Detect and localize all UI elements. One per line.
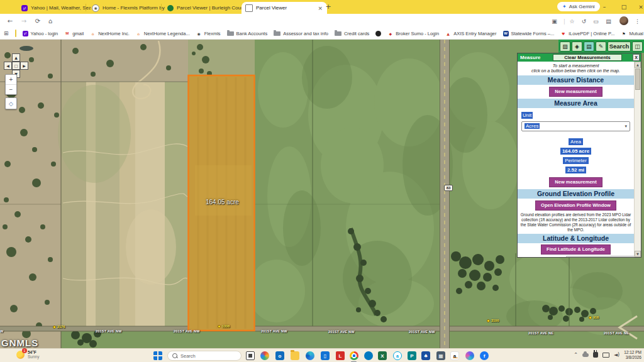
speaker-icon[interactable]: ◄) (614, 352, 619, 358)
map-canvas[interactable]: 164.05 acre 83 W 201ST AVE NW 201ST AVE … (0, 40, 644, 349)
photos-button[interactable] (465, 351, 475, 361)
ask-gemini-button[interactable]: ✦ Ask Gemini (557, 2, 600, 11)
outlook-button[interactable]: o (275, 351, 285, 361)
chrome-button[interactable] (349, 351, 359, 361)
solitaire-button[interactable]: ♠ (421, 351, 431, 361)
pan-right-button[interactable]: ▶ (20, 62, 28, 70)
bookmark-flexmls[interactable]: ◉Flexmls (196, 31, 221, 36)
print-tool-button[interactable]: ◫ (632, 41, 643, 52)
forward-button[interactable]: → (19, 16, 29, 26)
bookmarks-extension-icon[interactable]: ☆ (567, 16, 577, 26)
bookmark-gmail[interactable]: Mgmail (64, 31, 84, 36)
copilot-button[interactable] (260, 351, 270, 361)
back-button[interactable]: ← (5, 16, 15, 26)
parcel-number-label: 3100 (487, 319, 499, 322)
measure-tool-button[interactable]: ▤ (584, 41, 594, 52)
pan-up-button[interactable]: ▲ (12, 53, 20, 62)
microsoft-store-button[interactable]: ▯ (320, 351, 330, 361)
bookmark-ilovepdf[interactable]: ♥iLovePDF | Online P... (560, 31, 614, 36)
draw-tool-button[interactable]: ✎ (596, 41, 606, 52)
tab-parcel-viewer-burleigh[interactable]: Parcel Viewer | Burleigh County × (164, 2, 245, 14)
zoom-in-button[interactable]: + (6, 75, 16, 85)
search-tool-button[interactable]: Search (608, 41, 631, 52)
start-button[interactable] (153, 351, 163, 361)
taskbar-search[interactable]: Search (167, 351, 242, 361)
zoom-out-button[interactable]: − (6, 85, 16, 94)
bookmark-yahoo-login[interactable]: y!Yahoo - login (23, 31, 58, 36)
weather-widget[interactable]: 1 54°F Sunny (16, 350, 39, 359)
window-minimize-button[interactable]: – (599, 1, 610, 12)
tab-close-icon[interactable]: × (317, 5, 323, 11)
latitude-input[interactable] (566, 256, 634, 257)
lat-long-header: Latitude & Longitude (518, 234, 634, 243)
pan-left-button[interactable]: ◀ (4, 62, 12, 70)
publisher-button[interactable]: P (407, 351, 417, 361)
open-elevation-profile-button[interactable]: Open Elevation Profile Window (535, 200, 616, 211)
yahoo-favicon: y! (21, 5, 28, 11)
excel-button[interactable]: X (377, 351, 387, 361)
delete-icon[interactable]: ▭ (591, 16, 601, 26)
pan-center-button[interactable]: □ (12, 62, 20, 70)
new-tab-button[interactable]: + (323, 1, 333, 11)
tab-yahoo[interactable]: y! Yahoo | Mail, Weather, Search, × (18, 2, 91, 14)
history-icon[interactable]: ↺ (579, 16, 589, 26)
measure-area-header: Measure Area (518, 99, 634, 108)
bookmark-globe[interactable] (375, 31, 381, 36)
skype-button[interactable] (364, 351, 374, 361)
bookmark-nexthome-inc[interactable]: ⌂NextHome Inc. (90, 31, 130, 36)
alexa-button[interactable]: a (392, 351, 402, 361)
menu-kebab-icon[interactable]: ⋮ (633, 16, 642, 26)
usb-device-icon[interactable] (593, 352, 598, 358)
find-lat-long-button[interactable]: Find Latitude & Longitude (541, 244, 611, 255)
clear-measurements-button[interactable]: Clear Measurements (553, 54, 622, 61)
bookmark-nexthome-legendary[interactable]: ⌂NextHome Legenda... (136, 31, 190, 36)
new-area-measurement-button[interactable]: New measurement (549, 177, 602, 187)
onedrive-icon[interactable] (582, 353, 589, 357)
parcel-number-label: 916 (589, 315, 599, 319)
window-maximize-button[interactable]: □ (618, 1, 630, 12)
scroll-thumb[interactable] (635, 69, 640, 90)
lastpass-button[interactable]: L (335, 351, 345, 361)
tab-parcel-viewer-active[interactable]: Parcel Viewer × (242, 2, 327, 14)
street-label: 201ST AVE NW (261, 329, 287, 333)
window-close-button[interactable]: × (635, 1, 644, 12)
identify-tool-button[interactable]: ▨ (560, 41, 570, 52)
bookmark-broker-sumo[interactable]: ◆Broker Sumo - Login (387, 31, 439, 36)
task-view-button[interactable] (245, 351, 255, 361)
full-extent-button[interactable]: ◇ (5, 97, 17, 109)
tab-flexmls-home[interactable]: ◉ Home - Flexmls Platform by FB × (88, 2, 166, 14)
bookmark-statewide-forms[interactable]: WStatewide Forms –... (503, 31, 555, 36)
layers-tool-button[interactable]: ◈ (572, 41, 582, 52)
screen: y! Yahoo | Mail, Weather, Search, × ◉ Ho… (0, 0, 644, 362)
bookmark-folder-bank-accounts[interactable]: Bank Accounts (227, 31, 268, 36)
profile-avatar[interactable] (619, 16, 628, 25)
facebook-button[interactable]: f (479, 351, 489, 361)
system-tray: ⌃ ◄) 12:12 PM 3/8/2026 (574, 350, 641, 360)
reading-list-icon[interactable]: ▤ (604, 16, 613, 26)
bookmark-axis-entry[interactable]: ▲AXIS Entry Manager (445, 31, 496, 36)
scroll-up-arrow[interactable]: ▲ (635, 62, 641, 68)
taskbar-clock[interactable]: 12:12 PM 3/8/2026 (624, 350, 641, 360)
apps-grid-icon[interactable]: ⊞ (4, 30, 9, 36)
unit-select[interactable]: Acres ▾ (521, 121, 630, 131)
panel-scrollbar[interactable]: ▲ ▼ (634, 62, 641, 257)
edge-button[interactable] (305, 351, 315, 361)
file-explorer-button[interactable] (290, 351, 300, 361)
ask-gemini-label: Ask Gemini (569, 4, 595, 9)
new-distance-measurement-button[interactable]: New measurement (549, 87, 602, 97)
amazon-button[interactable]: a (450, 351, 460, 361)
panel-close-button[interactable]: X (633, 54, 640, 61)
extension-icon[interactable]: ▣ (550, 16, 559, 26)
home-button[interactable]: ⌂ (45, 16, 55, 26)
weather-temp: 54°F (28, 350, 39, 354)
reload-button[interactable]: ⟳ (33, 16, 43, 26)
scroll-down-arrow[interactable]: ▼ (635, 251, 641, 257)
calculator-button[interactable]: ▦ (436, 351, 446, 361)
bookmark-folder-assessor[interactable]: Assessor and tax info (274, 31, 328, 36)
display-icon[interactable] (602, 353, 609, 358)
bookmark-mutual-funds[interactable]: ⚑Mutual Funds Purch... (621, 31, 644, 36)
elevation-note: Ground elevation profiles are derived fr… (520, 212, 631, 233)
globe-icon (375, 31, 381, 36)
bookmark-folder-credit-cards[interactable]: Credit cards (335, 31, 369, 36)
hidden-icons-chevron[interactable]: ⌃ (574, 352, 578, 358)
